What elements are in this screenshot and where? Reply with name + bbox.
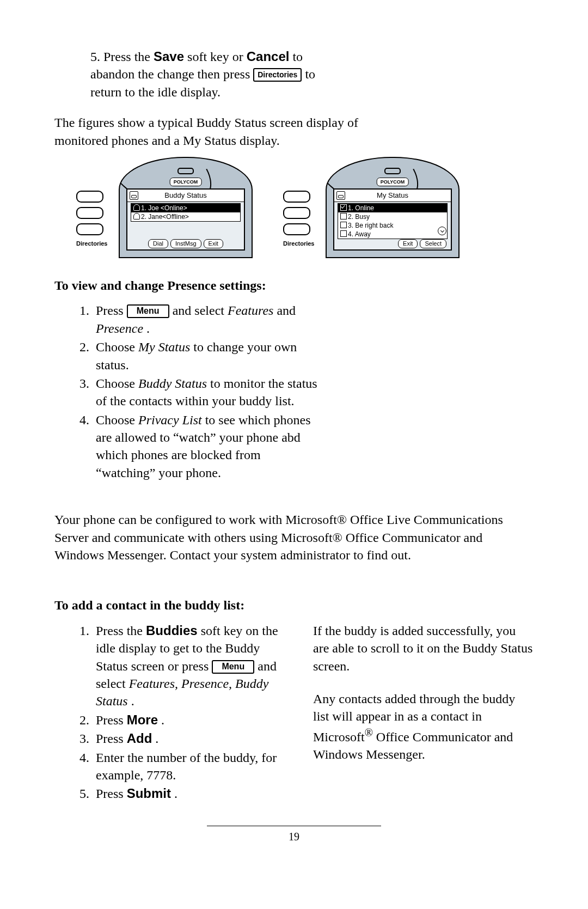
speaker-icon	[384, 168, 401, 174]
softkey-dial: Dial	[148, 239, 168, 248]
checkbox-icon	[340, 213, 347, 219]
list-item: Press Add .	[93, 730, 291, 747]
side-button	[76, 223, 103, 235]
softkey-exit: Exit	[204, 239, 223, 248]
checkbox-icon	[340, 222, 347, 228]
side-button	[76, 191, 103, 203]
heading-add-contact: To add a contact in the buddy list:	[54, 596, 534, 614]
list-item: Choose My Status to change your own stat…	[93, 338, 321, 374]
list-item: 4. Away	[338, 230, 447, 239]
add-contact-columns: Press the Buddies soft key on the idle d…	[54, 622, 534, 804]
list-item: Press Menu and select Features and Prese…	[93, 302, 321, 337]
directories-label: Directories	[283, 240, 314, 248]
menu-key-icon: Menu	[127, 304, 169, 318]
figure-buddy-status: Directories POLYCOM Buddy Status 1. Joe …	[76, 157, 250, 256]
screen-title-bar: My Status	[334, 190, 451, 202]
polycom-logo: POLYCOM	[170, 178, 202, 186]
right-paragraph-1: If the buddy is added successfully, you …	[313, 622, 534, 675]
softkey-row: Dial InstMsg Exit	[127, 239, 244, 248]
footer-rule	[207, 826, 381, 826]
side-buttons	[76, 191, 103, 235]
list-item: 1. Online	[338, 204, 447, 212]
softkey-row: Exit Select	[334, 239, 451, 248]
side-button	[283, 223, 310, 235]
softkey-exit: Exit	[398, 239, 418, 248]
phone-icon	[130, 191, 138, 200]
directories-label: Directories	[76, 240, 107, 248]
list-item: Press Submit .	[93, 785, 291, 802]
list-item: Press the Buddies soft key on the idle d…	[93, 622, 291, 710]
page-number: 19	[54, 829, 534, 844]
screen-title: Buddy Status	[164, 191, 206, 200]
list-item: Choose Privacy List to see which phones …	[93, 411, 321, 482]
list-item: Enter the number of the buddy, for examp…	[93, 749, 291, 784]
status-list: 1. Online 2. Busy 3. Be right back 4. Aw…	[338, 203, 448, 239]
checkbox-icon	[340, 230, 347, 237]
list-item: 3. Be right back	[338, 221, 447, 230]
side-buttons	[283, 191, 310, 235]
person-icon	[133, 204, 140, 211]
speaker-icon	[177, 168, 194, 174]
buddy-list: 1. Joe <Online> 2. Jane<Offline>	[131, 203, 241, 222]
right-paragraph-2: Any contacts added through the buddy lis…	[313, 690, 534, 764]
menu-key-icon: Menu	[212, 660, 254, 674]
text: 5. Press the	[90, 50, 154, 64]
scroll-down-icon	[438, 227, 446, 235]
side-button	[283, 191, 310, 203]
screen-title: My Status	[377, 191, 408, 200]
list-item: 2. Busy	[338, 212, 447, 221]
check-icon	[340, 204, 347, 211]
figure-row: Directories POLYCOM Buddy Status 1. Joe …	[76, 157, 534, 256]
text: soft key or	[187, 50, 247, 64]
softkey-instmsg: InstMsg	[170, 239, 201, 248]
side-button	[283, 207, 310, 219]
softkey-select: Select	[420, 239, 446, 248]
cancel-label: Cancel	[247, 49, 290, 64]
microsoft-paragraph: Your phone can be configured to work wit…	[54, 511, 534, 564]
add-steps: Press the Buddies soft key on the idle d…	[71, 622, 291, 803]
save-label: Save	[154, 49, 184, 64]
screen-title-bar: Buddy Status	[127, 190, 244, 202]
lcd-screen: Buddy Status 1. Joe <Online> 2. Jane<Off…	[126, 188, 245, 251]
phone-icon	[336, 191, 345, 200]
figures-caption: The figures show a typical Buddy Status …	[54, 114, 359, 149]
list-item: Press More .	[93, 711, 291, 729]
polycom-logo: POLYCOM	[377, 178, 409, 186]
person-icon	[133, 213, 140, 219]
directories-key-icon: Directories	[253, 68, 302, 82]
presence-steps: Press Menu and select Features and Prese…	[71, 302, 321, 481]
figure-my-status: Directories POLYCOM My Status 1. Online …	[283, 157, 457, 256]
step-5-save-cancel: 5. Press the Save soft key or Cancel to …	[90, 48, 319, 101]
lcd-screen: My Status 1. Online 2. Busy 3. Be right …	[333, 188, 452, 251]
side-button	[76, 207, 103, 219]
list-item: Choose Buddy Status to monitor the statu…	[93, 375, 321, 410]
list-item: 2. Jane<Offline>	[131, 212, 240, 221]
heading-presence: To view and change Presence settings:	[54, 277, 534, 294]
list-item: 1. Joe <Online>	[131, 204, 240, 212]
